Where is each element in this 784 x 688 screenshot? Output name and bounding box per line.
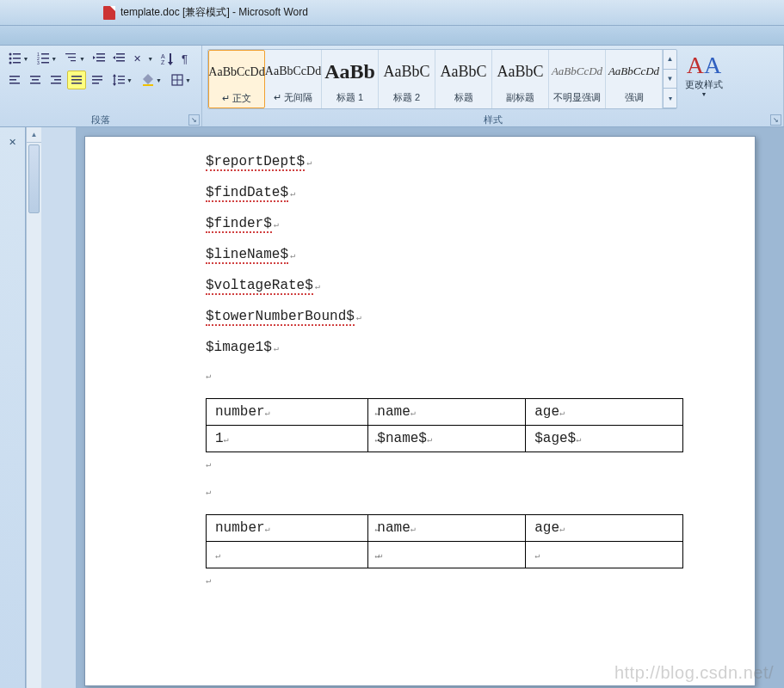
paragraph-dialog-launcher[interactable]: ↘ <box>188 114 200 126</box>
svg-rect-5 <box>13 62 21 64</box>
gallery-scroll-up[interactable]: ▲ <box>664 50 676 70</box>
align-left-button[interactable] <box>5 71 24 89</box>
svg-rect-31 <box>30 76 40 77</box>
svg-rect-46 <box>118 76 125 77</box>
text-line: $finder$↵ <box>206 216 688 231</box>
styles-dialog-launcher[interactable]: ↘ <box>770 114 781 126</box>
table-row: number↵↵ name↵ age↵ <box>207 399 683 426</box>
svg-rect-19 <box>116 53 125 55</box>
style-item-subtle-emphasis[interactable]: AaBbCcDd不明显强调 <box>549 50 606 108</box>
text-line: $towerNumberBound$↵ <box>206 309 688 324</box>
svg-marker-26 <box>168 53 173 65</box>
style-item-heading2[interactable]: AaBbC标题 2 <box>379 50 435 108</box>
style-item-emphasis[interactable]: AaBbCcDd强调 <box>606 50 663 108</box>
asian-layout-button[interactable]: ✕▼ <box>130 49 157 68</box>
align-justify-button[interactable] <box>67 71 86 89</box>
svg-rect-44 <box>114 76 114 84</box>
page-viewport[interactable]: $reportDept$↵ $findDate$↵ $finder$↵ $lin… <box>76 127 784 688</box>
doc-table-1[interactable]: number↵↵ name↵ age↵ 1↵↵ $name$↵ $age$↵ <box>206 398 683 452</box>
svg-rect-17 <box>96 60 105 62</box>
align-center-button[interactable] <box>26 71 45 89</box>
svg-rect-50 <box>143 84 153 86</box>
scroll-up-button[interactable]: ▲ <box>27 127 41 143</box>
styles-gallery: AaBbCcDd↵ 正文 AaBbCcDd↵ 无间隔 AaBb标题 1 AaBb… <box>207 49 677 109</box>
svg-rect-37 <box>71 76 82 77</box>
ruler-gutter <box>41 127 76 688</box>
ribbon: ▼ 123▼ ▼ ✕▼ AZ ¶ ▼ ▼ ▼ 段落 ↘ AaBbCcDd↵ 正文… <box>0 46 784 127</box>
svg-rect-38 <box>71 79 82 81</box>
svg-rect-47 <box>118 79 125 80</box>
svg-point-2 <box>9 58 12 60</box>
style-item-normal[interactable]: AaBbCcDd↵ 正文 <box>208 50 265 108</box>
svg-marker-22 <box>113 56 115 59</box>
svg-text:✕: ✕ <box>133 53 141 64</box>
text-line: $image1$↵ <box>206 340 688 355</box>
gallery-scroll-down[interactable]: ▼ <box>664 70 676 89</box>
svg-rect-16 <box>96 57 105 58</box>
line-spacing-button[interactable]: ▼ <box>108 71 136 89</box>
style-item-title[interactable]: AaBbC标题 <box>435 50 492 108</box>
window-title: template.doc [兼容模式] - Microsoft Word <box>120 5 308 20</box>
svg-rect-20 <box>116 57 125 58</box>
svg-rect-21 <box>116 60 125 62</box>
text-line: $voltageRate$↵ <box>206 278 688 293</box>
svg-rect-11 <box>41 62 49 64</box>
document-area: ✕ ▲ $reportDept$↵ $findDate$↵ $finder$↵ … <box>0 127 784 688</box>
empty-line: ↵ <box>206 459 688 475</box>
gallery-expand[interactable]: ▾ <box>664 89 676 108</box>
style-item-nospacing[interactable]: AaBbCcDd↵ 无间隔 <box>265 50 322 108</box>
watermark: http://blog.csdn.net/ <box>614 663 774 683</box>
shading-button[interactable]: ▼ <box>138 71 165 89</box>
empty-line: ↵ <box>206 575 688 591</box>
svg-rect-36 <box>51 83 61 84</box>
decrease-indent-button[interactable] <box>90 49 108 68</box>
empty-line: ↵ <box>206 487 688 502</box>
bullets-button[interactable]: ▼ <box>5 49 32 68</box>
svg-rect-39 <box>71 83 82 84</box>
svg-rect-1 <box>13 53 21 55</box>
ribbon-group-styles: AaBbCcDd↵ 正文 AaBbCcDd↵ 无间隔 AaBb标题 1 AaBb… <box>202 46 784 126</box>
text-line: $findDate$↵ <box>206 185 688 200</box>
doc-table-2[interactable]: number↵↵ name↵ age↵ ↵↵ ↵ ↵ <box>206 514 683 568</box>
close-pane-button[interactable]: ✕ <box>6 137 20 150</box>
distribute-button[interactable] <box>88 71 107 89</box>
change-styles-button[interactable]: AA 更改样式 ▼ <box>682 49 725 97</box>
ribbon-group-paragraph: ▼ 123▼ ▼ ✕▼ AZ ¶ ▼ ▼ ▼ 段落 ↘ <box>0 46 202 126</box>
svg-text:Z: Z <box>161 59 165 65</box>
svg-text:3: 3 <box>37 60 40 65</box>
style-item-heading1[interactable]: AaBb标题 1 <box>322 50 379 108</box>
ribbon-tabs-strip <box>0 26 784 46</box>
increase-indent-button[interactable] <box>110 49 128 68</box>
page-content[interactable]: $reportDept$↵ $findDate$↵ $finder$↵ $lin… <box>206 154 688 591</box>
svg-rect-34 <box>51 76 61 77</box>
show-marks-button[interactable]: ¶ <box>178 49 196 68</box>
borders-button[interactable]: ▼ <box>167 71 194 89</box>
svg-rect-14 <box>71 60 76 61</box>
numbering-button[interactable]: 123▼ <box>34 49 60 68</box>
svg-marker-45 <box>113 83 116 86</box>
style-item-subtitle[interactable]: AaBbC副标题 <box>492 50 549 108</box>
svg-text:¶: ¶ <box>182 52 188 65</box>
pane-strip: ✕ <box>0 127 26 688</box>
svg-rect-32 <box>32 79 39 81</box>
sort-button[interactable]: AZ <box>158 49 176 68</box>
styles-group-label: 样式 <box>202 113 783 126</box>
svg-rect-30 <box>9 83 20 84</box>
svg-rect-13 <box>68 57 76 58</box>
text-line: $reportDept$↵ <box>206 154 688 169</box>
svg-rect-28 <box>9 76 20 77</box>
align-right-button[interactable] <box>46 71 65 89</box>
table-row: 1↵↵ $name$↵ $age$↵ <box>207 426 683 452</box>
svg-rect-35 <box>54 79 61 81</box>
window-titlebar: template.doc [兼容模式] - Microsoft Word <box>0 0 784 26</box>
svg-rect-9 <box>41 58 49 59</box>
scroll-thumb[interactable] <box>28 144 40 213</box>
svg-marker-49 <box>143 74 153 84</box>
svg-marker-18 <box>93 56 96 59</box>
svg-rect-48 <box>118 83 125 83</box>
svg-rect-41 <box>92 79 102 81</box>
svg-rect-42 <box>92 83 99 84</box>
svg-text:A: A <box>161 53 165 59</box>
svg-point-0 <box>9 53 12 56</box>
multilevel-list-button[interactable]: ▼ <box>62 49 89 68</box>
